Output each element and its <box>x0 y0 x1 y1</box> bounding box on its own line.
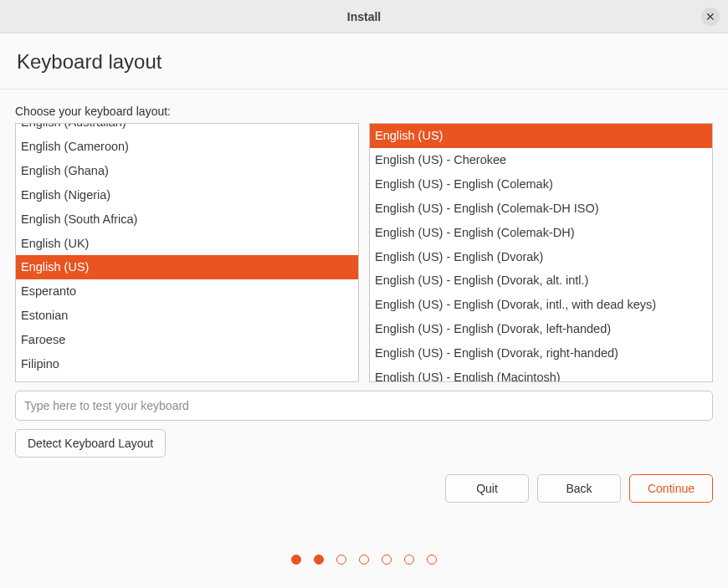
continue-button[interactable]: Continue <box>629 474 713 503</box>
window-title: Install <box>347 10 381 23</box>
footer-buttons: Quit Back Continue <box>15 474 713 503</box>
progress-dot <box>291 555 301 565</box>
language-item[interactable]: English (Ghana) <box>16 159 358 183</box>
language-item[interactable]: Estonian <box>16 304 358 328</box>
variant-item[interactable]: English (US) <box>370 124 712 148</box>
variant-item[interactable]: English (US) - English (Colemak-DH ISO) <box>370 197 712 221</box>
progress-dot <box>404 555 414 565</box>
titlebar: Install ✕ <box>0 0 728 33</box>
language-item[interactable]: English (Cameroon) <box>16 135 358 159</box>
close-button[interactable]: ✕ <box>701 8 720 26</box>
progress-dot <box>314 555 324 565</box>
page-header: Keyboard layout <box>0 33 728 89</box>
variant-item[interactable]: English (US) - English (Colemak) <box>370 172 712 197</box>
variant-item[interactable]: English (US) - English (Dvorak, left-han… <box>370 317 712 341</box>
language-item[interactable]: English (Australian) <box>16 123 358 135</box>
page-title: Keyboard layout <box>17 50 711 74</box>
variant-item[interactable]: English (US) - Cherokee <box>370 148 712 172</box>
language-item[interactable]: English (US) <box>16 255 358 279</box>
quit-button[interactable]: Quit <box>445 474 529 503</box>
close-icon: ✕ <box>705 11 715 23</box>
language-item[interactable]: English (South Africa) <box>16 207 358 232</box>
language-item[interactable]: English (UK) <box>16 232 358 256</box>
variant-listbox[interactable]: English (US)English (US) - CherokeeEngli… <box>369 123 713 382</box>
language-item[interactable]: English (Nigeria) <box>16 183 358 207</box>
keyboard-test-input[interactable] <box>15 391 713 421</box>
variant-item[interactable]: English (US) - English (Dvorak, right-ha… <box>370 341 712 366</box>
main-panel: Choose your keyboard layout: English (Au… <box>0 89 728 565</box>
variant-item[interactable]: English (US) - English (Dvorak) <box>370 245 712 269</box>
variant-item[interactable]: English (US) - English (Dvorak, intl., w… <box>370 293 712 317</box>
variant-item[interactable]: English (US) - English (Colemak-DH) <box>370 221 712 245</box>
language-item[interactable]: Faroese <box>16 328 358 352</box>
back-button[interactable]: Back <box>537 474 621 503</box>
detect-keyboard-button[interactable]: Detect Keyboard Layout <box>15 429 166 458</box>
prompt-label: Choose your keyboard layout: <box>15 105 713 118</box>
language-item[interactable]: Finnish <box>16 376 358 382</box>
content: Keyboard layout Choose your keyboard lay… <box>0 33 728 565</box>
variant-item[interactable]: English (US) - English (Macintosh) <box>370 366 712 382</box>
progress-dot <box>359 555 369 565</box>
language-item[interactable]: Filipino <box>16 352 358 376</box>
progress-indicator <box>15 555 713 565</box>
progress-dot <box>427 555 437 565</box>
variant-item[interactable]: English (US) - English (Dvorak, alt. int… <box>370 268 712 293</box>
layout-lists: English (Australian)English (Cameroon)En… <box>15 123 713 382</box>
progress-dot <box>382 555 392 565</box>
language-item[interactable]: Esperanto <box>16 279 358 304</box>
language-listbox[interactable]: English (Australian)English (Cameroon)En… <box>15 123 359 382</box>
progress-dot <box>336 555 346 565</box>
